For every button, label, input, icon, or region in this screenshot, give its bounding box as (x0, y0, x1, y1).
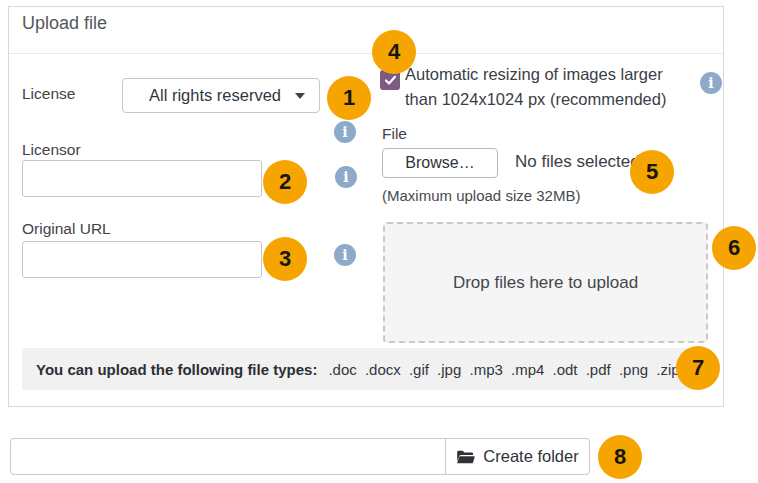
annotation-badge-3: 3 (263, 237, 307, 281)
create-folder-button[interactable]: Create folder (445, 438, 590, 475)
info-glyph: i (708, 75, 713, 91)
filetypes-bar: You can upload the following file types:… (22, 348, 697, 390)
annotation-badge-7: 7 (676, 346, 720, 390)
licensor-info-icon[interactable]: i (335, 166, 357, 188)
annotation-badge-5: 5 (630, 150, 674, 194)
license-select[interactable]: All rights reserved (122, 78, 320, 113)
info-glyph: i (343, 169, 348, 185)
max-upload-note: (Maximum upload size 32MB) (382, 187, 580, 204)
panel-title: Upload file (22, 13, 107, 34)
info-glyph: i (342, 247, 347, 263)
resize-checkbox-label: Automatic resizing of images larger than… (405, 62, 697, 112)
checkmark-icon (384, 75, 397, 86)
info-glyph: i (342, 124, 347, 140)
original-url-label: Original URL (22, 220, 111, 238)
chevron-down-icon (295, 93, 305, 99)
licensor-input[interactable] (22, 160, 262, 197)
resize-info-icon[interactable]: i (700, 72, 722, 94)
filetypes-intro: You can upload the following file types: (36, 361, 317, 378)
browse-button[interactable]: Browse… (382, 148, 498, 178)
file-label: File (382, 125, 407, 143)
folder-open-icon (456, 449, 475, 465)
license-selected-value: All rights reserved (141, 86, 289, 105)
licensor-label: Licensor (22, 141, 81, 159)
file-dropzone[interactable]: Drop files here to upload (383, 222, 708, 343)
upload-file-page: Upload file License All rights reserved … (0, 0, 758, 483)
annotation-badge-6: 6 (712, 226, 756, 270)
dropzone-text: Drop files here to upload (453, 273, 638, 293)
file-status-text: No files selected. (515, 152, 644, 172)
annotation-badge-8: 8 (598, 435, 642, 479)
legend-divider (9, 53, 723, 54)
create-folder-label: Create folder (483, 447, 578, 466)
annotation-badge-4: 4 (372, 30, 416, 74)
original-url-input[interactable] (22, 241, 262, 278)
folder-name-input[interactable] (10, 438, 446, 475)
filetypes-list: .doc .docx .gif .jpg .mp3 .mp4 .odt .pdf… (328, 361, 679, 378)
annotation-badge-1: 1 (327, 76, 371, 120)
license-info-icon[interactable]: i (334, 121, 356, 143)
original-url-info-icon[interactable]: i (334, 244, 356, 266)
annotation-badge-2: 2 (263, 160, 307, 204)
license-label: License (22, 85, 75, 103)
